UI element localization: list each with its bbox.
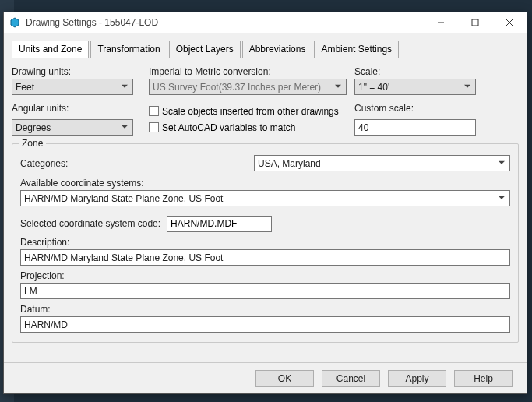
- ok-button[interactable]: OK: [255, 370, 314, 387]
- drawing-units-label: Drawing units:: [12, 66, 149, 77]
- tab-label: Transformation: [97, 44, 160, 55]
- tab-abbreviations[interactable]: Abbreviations: [242, 41, 313, 58]
- tab-label: Ambient Settings: [321, 44, 392, 55]
- cancel-button[interactable]: Cancel: [322, 370, 380, 387]
- tab-ambient-settings[interactable]: Ambient Settings: [314, 41, 399, 58]
- custom-scale-label: Custom scale:: [354, 103, 519, 114]
- tab-label: Abbreviations: [249, 44, 306, 55]
- help-button[interactable]: Help: [454, 370, 513, 387]
- scale-select[interactable]: 1" = 40': [354, 79, 476, 95]
- dialog-body: Units and Zone Transformation Object Lay…: [4, 34, 527, 343]
- tab-object-layers[interactable]: Object Layers: [169, 41, 241, 58]
- set-acad-checkbox[interactable]: Set AutoCAD variables to match: [149, 119, 354, 136]
- maximize-button[interactable]: [458, 12, 492, 33]
- projection-label: Projection:: [20, 270, 510, 281]
- categories-label: Categories:: [20, 158, 254, 169]
- tab-label: Object Layers: [176, 44, 234, 55]
- angular-units-select[interactable]: Degrees: [12, 119, 133, 136]
- zone-title: Zone: [19, 138, 46, 149]
- checkbox-icon: [149, 106, 159, 116]
- description-label: Description:: [20, 237, 510, 248]
- apply-button[interactable]: Apply: [388, 370, 446, 387]
- custom-scale-input[interactable]: 40: [354, 119, 476, 136]
- projection-field: LM: [20, 283, 510, 299]
- tab-units-and-zone[interactable]: Units and Zone: [12, 41, 89, 58]
- drawing-units-select[interactable]: Feet: [12, 79, 133, 95]
- tab-transformation[interactable]: Transformation: [90, 41, 167, 58]
- angular-units-label: Angular units:: [12, 103, 149, 114]
- datum-label: Datum:: [20, 304, 510, 315]
- titlebar[interactable]: Drawing Settings - 155047-LOD: [4, 12, 527, 34]
- categories-select[interactable]: USA, Maryland: [254, 155, 510, 171]
- drawing-settings-dialog: Drawing Settings - 155047-LOD Units and …: [3, 12, 527, 394]
- checkbox-label: Scale objects inserted from other drawin…: [162, 106, 339, 117]
- minimize-button[interactable]: [424, 12, 458, 33]
- zone-group: Zone Categories: USA, Maryland Available…: [12, 143, 519, 343]
- description-field: HARN/MD Maryland State Plane Zone, US Fo…: [20, 249, 510, 266]
- imperial-select[interactable]: US Survey Foot(39.37 Inches per Meter): [149, 79, 347, 95]
- tab-strip: Units and Zone Transformation Object Lay…: [12, 40, 519, 58]
- dialog-footer: OK Cancel Apply Help: [4, 362, 527, 393]
- tab-label: Units and Zone: [19, 44, 82, 55]
- checkbox-label: Set AutoCAD variables to match: [162, 122, 295, 133]
- selected-code-input[interactable]: HARN/MD.MDF: [167, 216, 272, 232]
- svg-rect-1: [472, 19, 478, 26]
- window-title: Drawing Settings - 155047-LOD: [26, 17, 424, 28]
- datum-field: HARN/MD: [20, 316, 510, 333]
- close-button[interactable]: [492, 12, 527, 33]
- imperial-label: Imperial to Metric conversion:: [149, 66, 354, 77]
- scale-label: Scale:: [354, 66, 519, 77]
- available-systems-label: Available coordinate systems:: [20, 178, 510, 189]
- available-systems-select[interactable]: HARN/MD Maryland State Plane Zone, US Fo…: [20, 190, 510, 206]
- selected-code-label: Selected coordinate system code:: [20, 218, 160, 229]
- scale-objects-checkbox[interactable]: Scale objects inserted from other drawin…: [149, 103, 354, 119]
- checkbox-icon: [149, 122, 159, 132]
- app-icon: [9, 16, 21, 29]
